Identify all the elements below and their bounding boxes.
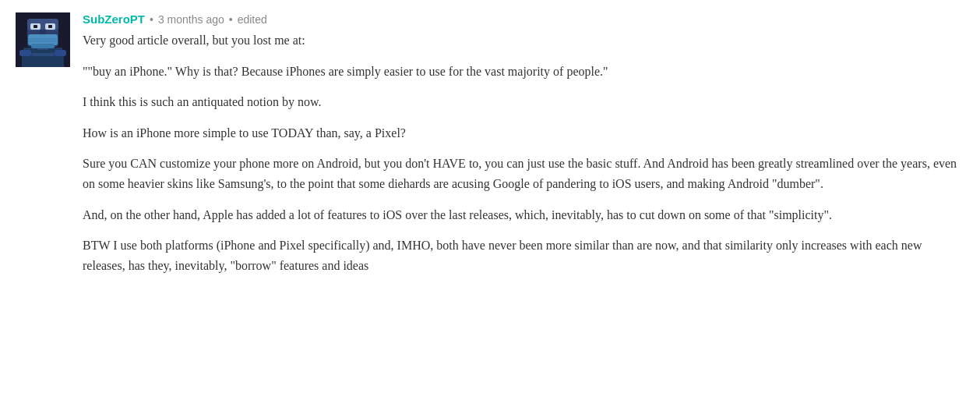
svg-rect-9 xyxy=(40,30,46,34)
username[interactable]: SubZeroPT xyxy=(83,12,145,26)
comment-header: SubZeroPT • 3 months ago • edited xyxy=(83,12,964,26)
svg-rect-13 xyxy=(31,44,55,48)
separator-dot-2: • xyxy=(229,13,233,26)
comment-body: Very good article overall, but you lost … xyxy=(83,30,964,275)
paragraph-1: Very good article overall, but you lost … xyxy=(83,30,964,51)
avatar-svg xyxy=(16,12,70,67)
paragraph-5: Sure you CAN customize your phone more o… xyxy=(83,154,964,193)
paragraph-4: How is an iPhone more simple to use TODA… xyxy=(83,123,964,143)
paragraph-7: BTW I use both platforms (iPhone and Pix… xyxy=(83,235,964,275)
svg-rect-10 xyxy=(28,34,58,45)
avatar-image xyxy=(16,12,70,67)
separator-dot-1: • xyxy=(150,13,153,26)
svg-rect-16 xyxy=(19,50,31,56)
paragraph-3: I think this is such an antiquated notio… xyxy=(83,92,964,112)
svg-rect-17 xyxy=(55,50,66,56)
svg-rect-15 xyxy=(31,53,55,56)
paragraph-6: And, on the other hand, Apple has added … xyxy=(83,205,964,225)
paragraph-2: ""buy an iPhone." Why is that? Because i… xyxy=(83,62,964,82)
avatar xyxy=(16,12,70,67)
edited-badge: edited xyxy=(238,13,267,26)
timestamp: 3 months ago xyxy=(158,13,224,26)
comment-block: SubZeroPT • 3 months ago • edited Very g… xyxy=(0,0,980,288)
svg-rect-8 xyxy=(48,25,52,28)
svg-rect-7 xyxy=(33,25,37,28)
comment-content: SubZeroPT • 3 months ago • edited Very g… xyxy=(83,12,964,275)
